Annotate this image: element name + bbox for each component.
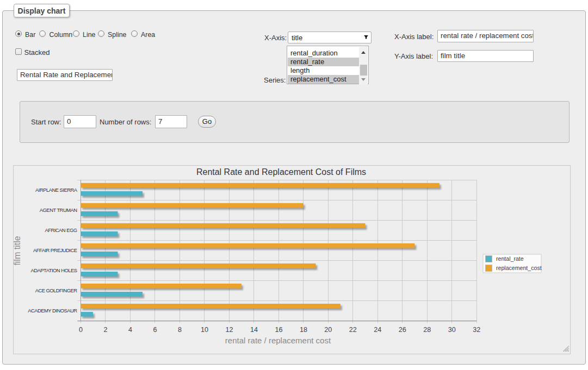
svg-text:ACE GOLDFINGER: ACE GOLDFINGER <box>35 287 78 293</box>
svg-text:10: 10 <box>201 326 208 334</box>
svg-text:replacement_cost: replacement_cost <box>496 265 542 271</box>
svg-text:18: 18 <box>300 326 307 334</box>
svg-text:16: 16 <box>275 326 282 334</box>
svg-text:4: 4 <box>128 326 132 334</box>
svg-text:20: 20 <box>324 326 332 334</box>
svg-text:22: 22 <box>349 326 357 334</box>
svg-text:24: 24 <box>374 326 381 334</box>
svg-text:ACADEMY DINOSAUR: ACADEMY DINOSAUR <box>28 308 77 313</box>
svg-text:30: 30 <box>448 326 456 334</box>
svg-text:AFRICAN EGG: AFRICAN EGG <box>45 227 77 233</box>
svg-text:14: 14 <box>250 326 258 334</box>
svg-text:rental_rate: rental_rate <box>496 255 524 262</box>
svg-text:6: 6 <box>153 326 157 334</box>
svg-text:AIRPLANE SIERRA: AIRPLANE SIERRA <box>35 187 78 193</box>
svg-text:26: 26 <box>399 326 406 334</box>
svg-text:12: 12 <box>225 326 233 334</box>
svg-text:AGENT TRUMAN: AGENT TRUMAN <box>40 207 77 213</box>
svg-text:AFFAIR PREJUDICE: AFFAIR PREJUDICE <box>33 247 77 253</box>
svg-text:Rental Rate and Replacement Co: Rental Rate and Replacement Cost of Film… <box>196 167 366 177</box>
svg-text:28: 28 <box>423 326 431 334</box>
svg-text:2: 2 <box>103 326 107 334</box>
svg-text:0: 0 <box>79 326 83 334</box>
svg-text:ADAPTATION HOLES: ADAPTATION HOLES <box>31 267 77 273</box>
svg-text:rental rate / replacement cost: rental rate / replacement cost <box>225 336 331 345</box>
svg-text:32: 32 <box>473 326 480 334</box>
svg-text:film title: film title <box>14 236 22 265</box>
svg-text:8: 8 <box>178 326 182 334</box>
